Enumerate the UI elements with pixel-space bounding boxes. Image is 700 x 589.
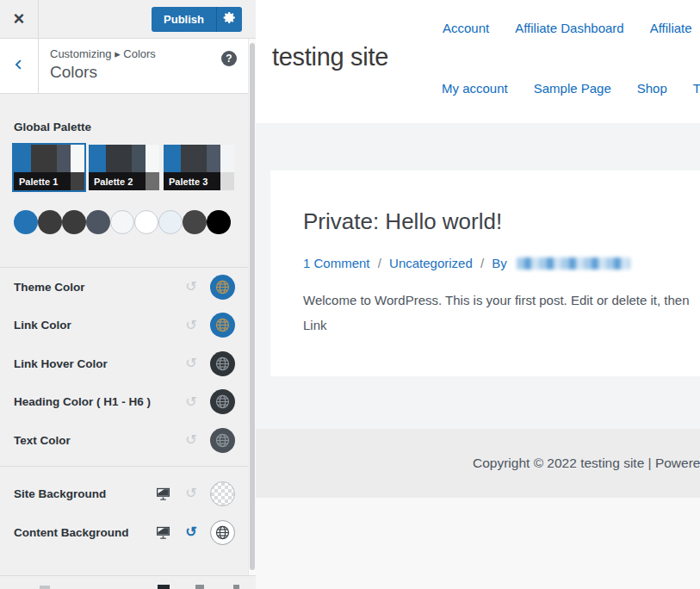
palette-swatch-row xyxy=(14,210,235,234)
site-header: testing site Account Affiliate Dashboard… xyxy=(256,0,700,123)
desktop-icon[interactable] xyxy=(156,487,173,500)
gear-icon xyxy=(223,11,236,28)
category-link[interactable]: Uncategorized xyxy=(389,256,473,270)
site-title[interactable]: testing site xyxy=(272,43,388,71)
reset-icon[interactable]: ↺ xyxy=(183,280,199,294)
sidebar-scrollbar xyxy=(248,39,256,575)
colors-panel: Global Palette Palette 1 xyxy=(0,95,249,575)
content-background-row: Content Background ↺ xyxy=(14,513,235,552)
collapse-icon[interactable] xyxy=(40,586,50,589)
link-color-picker[interactable] xyxy=(210,313,235,338)
palette-1-option[interactable]: Palette 1 xyxy=(14,145,84,190)
site-footer: Copyright © 2022 testing site | Powere xyxy=(256,429,700,498)
customizer-screen: × Publish Customizing ▸ Colors Colors xyxy=(0,0,700,589)
customizer-footer-bar xyxy=(0,575,256,589)
desktop-preview-icon[interactable] xyxy=(158,585,170,589)
pane-title: Colors xyxy=(50,63,156,82)
swatch-black[interactable] xyxy=(207,210,231,234)
globe-icon xyxy=(214,524,231,541)
post-excerpt: Welcome to WordPress. This is your first… xyxy=(303,288,690,338)
globe-icon xyxy=(214,394,231,410)
swatch-slate[interactable] xyxy=(86,210,110,234)
nav-link-my-account[interactable]: My account xyxy=(442,81,508,96)
link-color-label: Link Color xyxy=(14,319,183,332)
site-preview: testing site Account Affiliate Dashboard… xyxy=(256,0,700,589)
secondary-nav: Account Affiliate Dashboard Affiliate xyxy=(443,21,692,35)
swatch-dark-1[interactable] xyxy=(38,210,62,234)
meta-separator: / xyxy=(480,256,484,270)
swatch-dark-3[interactable] xyxy=(183,210,207,234)
nav-link-sample-page[interactable]: Sample Page xyxy=(534,81,611,96)
palette-3-label: Palette 3 xyxy=(164,172,220,190)
post-excerpt-line-2: Link xyxy=(303,313,690,338)
text-color-picker[interactable] xyxy=(210,428,235,453)
nav-link-truncated[interactable]: T xyxy=(693,81,700,96)
publish-settings-button[interactable] xyxy=(216,7,242,32)
byline-label: By xyxy=(492,256,507,270)
swatch-pale-blue[interactable] xyxy=(158,210,183,234)
theme-color-picker[interactable] xyxy=(210,275,235,300)
reset-icon[interactable]: ↺ xyxy=(183,433,199,447)
link-color-row: Link Color ↺ xyxy=(14,307,235,345)
site-background-label: Site Background xyxy=(14,487,156,500)
post-excerpt-line-1: Welcome to WordPress. This is your first… xyxy=(303,288,690,313)
below-footer-area xyxy=(256,498,700,589)
nav-link-affiliate-dashboard[interactable]: Affiliate Dashboard xyxy=(515,21,623,35)
heading-color-row: Heading Color ( H1 - H6 ) ↺ xyxy=(14,383,235,422)
palette-3-option[interactable]: Palette 3 xyxy=(164,145,234,190)
reset-icon[interactable]: ↺ xyxy=(183,525,199,539)
mobile-preview-icon[interactable] xyxy=(233,585,239,589)
chevron-left-icon xyxy=(11,57,27,76)
palette-2-label: Palette 2 xyxy=(89,172,146,190)
nav-link-affiliate[interactable]: Affiliate xyxy=(650,21,692,35)
publish-group: Publish xyxy=(152,7,242,32)
scrollbar-thumb[interactable] xyxy=(250,43,255,570)
site-background-picker[interactable] xyxy=(210,481,235,506)
global-palette-label: Global Palette xyxy=(14,121,235,133)
heading-color-picker[interactable] xyxy=(210,389,235,414)
globe-icon xyxy=(214,279,231,295)
globe-icon xyxy=(214,432,231,449)
palette-2-option[interactable]: Palette 2 xyxy=(89,145,159,190)
palette-row: Palette 1 Palette 2 xyxy=(14,145,235,190)
post-title: Private: Hello world! xyxy=(303,208,502,235)
swatch-light-gray[interactable] xyxy=(110,210,134,234)
close-icon[interactable]: × xyxy=(0,0,39,38)
reset-icon[interactable]: ↺ xyxy=(183,395,199,409)
theme-color-row: Theme Color ↺ xyxy=(14,268,235,307)
desktop-icon[interactable] xyxy=(156,526,173,539)
content-background-label: Content Background xyxy=(14,526,156,539)
theme-color-label: Theme Color xyxy=(14,281,183,294)
nav-link-shop[interactable]: Shop xyxy=(637,81,667,96)
copyright-text: Copyright © 2022 testing site | Powere xyxy=(473,456,700,471)
post-meta: 1 Comment / Uncategorized / By xyxy=(303,256,630,270)
palette-1-label: Palette 1 xyxy=(14,172,71,190)
link-hover-color-picker[interactable] xyxy=(210,351,235,376)
link-hover-color-label: Link Hover Color xyxy=(14,357,183,370)
customizer-sidebar: × Publish Customizing ▸ Colors Colors xyxy=(0,0,256,589)
heading-color-label: Heading Color ( H1 - H6 ) xyxy=(14,395,183,408)
link-hover-color-row: Link Hover Color ↺ xyxy=(14,344,235,383)
content-background-picker[interactable] xyxy=(210,520,235,545)
back-button[interactable] xyxy=(0,39,39,94)
globe-icon xyxy=(214,317,231,333)
breadcrumb: Customizing ▸ Colors xyxy=(50,47,156,60)
comments-link[interactable]: 1 Comment xyxy=(303,256,370,270)
reset-icon[interactable]: ↺ xyxy=(183,319,199,332)
tablet-preview-icon[interactable] xyxy=(195,585,204,589)
nav-link-account[interactable]: Account xyxy=(443,21,489,35)
publish-button[interactable]: Publish xyxy=(152,7,216,32)
swatch-white[interactable] xyxy=(134,210,158,234)
globe-icon xyxy=(214,356,231,372)
reset-icon[interactable]: ↺ xyxy=(183,356,199,370)
pane-header: Customizing ▸ Colors Colors ? xyxy=(0,39,256,94)
redacted-author-name xyxy=(517,257,630,270)
text-color-label: Text Color xyxy=(14,434,183,447)
page-content: Private: Hello world! 1 Comment / Uncate… xyxy=(256,123,700,589)
primary-nav: My account Sample Page Shop T xyxy=(442,81,700,96)
help-icon[interactable]: ? xyxy=(221,51,237,66)
reset-icon[interactable]: ↺ xyxy=(183,487,199,500)
post-card: Private: Hello world! 1 Comment / Uncate… xyxy=(270,170,700,376)
swatch-blue[interactable] xyxy=(14,210,38,234)
swatch-dark-2[interactable] xyxy=(62,210,86,234)
